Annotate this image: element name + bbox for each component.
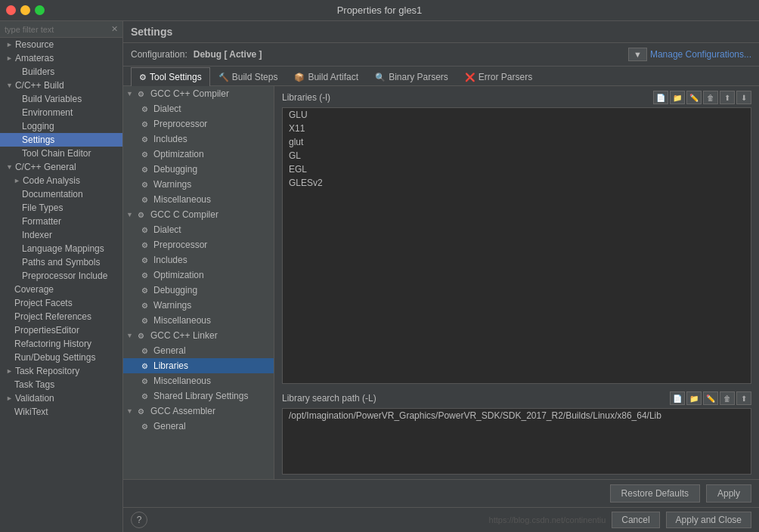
library-search-item-0[interactable]: /opt/Imagination/PowerVR_Graphics/PowerV… xyxy=(283,409,751,422)
tree-node-gcc-assembler[interactable]: ▼ ⚙ GCC Assembler xyxy=(123,404,274,419)
sidebar-item-file-types[interactable]: File Types xyxy=(0,201,122,215)
add-search-path-button[interactable]: 📄 xyxy=(670,391,685,405)
minimize-button[interactable] xyxy=(20,5,30,15)
sidebar-item-code-analysis[interactable]: Code Analysis xyxy=(0,174,122,187)
tree-node-includes-cpp[interactable]: ⚙ Includes xyxy=(123,131,274,147)
add-folder-library-button[interactable]: 📁 xyxy=(670,91,685,104)
move-up-library-button[interactable]: ⬆ xyxy=(720,91,735,104)
tree-arrow-bv xyxy=(14,95,20,103)
tree-node-warnings-cpp[interactable]: ⚙ Warnings xyxy=(123,177,274,192)
maximize-button[interactable] xyxy=(35,5,45,15)
tree-node-general-linker[interactable]: ⚙ General xyxy=(123,343,274,358)
sidebar-item-settings[interactable]: Settings xyxy=(0,133,122,147)
add-folder-search-path-button[interactable]: 📁 xyxy=(686,391,702,405)
tab-build-artifact[interactable]: 📦 Build Artifact xyxy=(286,67,367,86)
tree-node-preprocessor[interactable]: ⚙ Preprocessor xyxy=(123,116,274,131)
sidebar-item-wikitext[interactable]: WikiText xyxy=(0,405,122,419)
tree-arrow-env xyxy=(14,109,20,116)
tree-node-optimization-c[interactable]: ⚙ Optimization xyxy=(123,268,274,283)
tree-node-shared-lib[interactable]: ⚙ Shared Library Settings xyxy=(123,388,274,404)
tab-binary-parsers[interactable]: 🔍 Binary Parsers xyxy=(367,67,457,86)
library-item-x11[interactable]: X11 xyxy=(283,122,751,135)
filter-clear-icon[interactable]: ✕ xyxy=(111,24,118,34)
main-layout: ✕ Resource Amateras Builders C/C++ Build… xyxy=(0,21,759,532)
tree-node-gcc-c[interactable]: ▼ ⚙ GCC C Compiler xyxy=(123,207,274,222)
sidebar-item-logging[interactable]: Logging xyxy=(0,119,122,133)
tree-node-debugging-cpp[interactable]: ⚙ Debugging xyxy=(123,162,274,177)
library-item-gl[interactable]: GL xyxy=(283,149,751,162)
tree-arrow-wiki xyxy=(6,408,12,416)
tab-build-steps[interactable]: 🔨 Build Steps xyxy=(210,67,287,86)
sidebar-item-refactoring-history[interactable]: Refactoring History xyxy=(0,337,122,351)
tab-error-parsers-label: Error Parsers xyxy=(479,72,532,82)
sidebar-item-run-debug[interactable]: Run/Debug Settings xyxy=(0,351,122,364)
sidebar-item-paths-and-symbols[interactable]: Paths and Symbols xyxy=(0,255,122,269)
move-down-library-button[interactable]: ⬇ xyxy=(736,91,751,104)
add-library-button[interactable]: 📄 xyxy=(653,91,668,104)
sidebar-item-preprocessor-include[interactable]: Preprocessor Include xyxy=(0,269,122,283)
tree-node-misc-linker[interactable]: ⚙ Miscellaneous xyxy=(123,373,274,388)
sidebar-item-ccpp-build[interactable]: C/C++ Build xyxy=(0,79,122,92)
config-dropdown-button[interactable]: ▼ xyxy=(628,48,647,61)
tree-node-gcc-cpp[interactable]: ▼ ⚙ GCC C++ Compiler xyxy=(123,86,274,101)
tree-node-optimization[interactable]: ⚙ Optimization xyxy=(123,147,274,162)
gear-icon-optimization-c: ⚙ xyxy=(138,269,150,281)
gear-icon-warnings-c: ⚙ xyxy=(138,299,150,311)
footer-help-icon[interactable]: ? xyxy=(131,512,147,528)
library-item-egl[interactable]: EGL xyxy=(283,162,751,176)
edit-library-button[interactable]: ✏️ xyxy=(686,91,702,104)
tree-node-preprocessor-c[interactable]: ⚙ Preprocessor xyxy=(123,237,274,252)
apply-and-close-button[interactable]: Apply and Close xyxy=(666,512,751,528)
sidebar-item-resource[interactable]: Resource xyxy=(0,38,122,51)
manage-configurations-link[interactable]: Manage Configurations... xyxy=(650,49,751,60)
sidebar-item-tool-chain-editor[interactable]: Tool Chain Editor xyxy=(0,147,122,160)
gear-icon-debugging-cpp: ⚙ xyxy=(138,163,150,175)
library-item-glu[interactable]: GLU xyxy=(283,108,751,122)
tree-node-misc-c[interactable]: ⚙ Miscellaneous xyxy=(123,313,274,328)
apply-button[interactable]: Apply xyxy=(706,484,751,503)
sidebar-item-project-facets[interactable]: Project Facets xyxy=(0,296,122,310)
edit-search-path-button[interactable]: ✏️ xyxy=(703,391,718,405)
library-item-glesv2[interactable]: GLESv2 xyxy=(283,176,751,190)
tree-node-dialect[interactable]: ⚙ Dialect xyxy=(123,101,274,116)
tree-node-debugging-c[interactable]: ⚙ Debugging xyxy=(123,283,274,298)
sidebar-item-build-variables[interactable]: Build Variables xyxy=(0,92,122,106)
sidebar-item-project-references[interactable]: Project References xyxy=(0,310,122,323)
library-item-glut[interactable]: glut xyxy=(283,135,751,149)
tab-tool-settings[interactable]: ⚙ Tool Settings xyxy=(131,67,210,86)
tree-node-includes-c[interactable]: ⚙ Includes xyxy=(123,252,274,268)
sidebar: ✕ Resource Amateras Builders C/C++ Build… xyxy=(0,21,123,532)
sidebar-item-ccpp-general[interactable]: C/C++ General xyxy=(0,160,122,174)
tree-node-general-assembler[interactable]: ⚙ General xyxy=(123,419,274,434)
sidebar-item-indexer[interactable]: Indexer xyxy=(0,228,122,242)
close-button[interactable] xyxy=(6,5,16,15)
sidebar-item-task-repository[interactable]: Task Repository xyxy=(0,364,122,378)
tree-node-warnings-c[interactable]: ⚙ Warnings xyxy=(123,298,274,313)
sidebar-item-environment[interactable]: Environment xyxy=(0,106,122,119)
sidebar-item-task-tags[interactable]: Task Tags xyxy=(0,378,122,391)
library-search-list[interactable]: /opt/Imagination/PowerVR_Graphics/PowerV… xyxy=(282,408,751,475)
build-artifact-icon: 📦 xyxy=(294,73,305,82)
tab-build-steps-label: Build Steps xyxy=(232,72,278,82)
tree-node-libraries[interactable]: ⚙ Libraries xyxy=(123,358,274,373)
sidebar-item-builders[interactable]: Builders xyxy=(0,65,122,79)
sidebar-item-amateras[interactable]: Amateras xyxy=(0,51,122,65)
sidebar-item-formatter[interactable]: Formatter xyxy=(0,215,122,228)
sidebar-item-documentation[interactable]: Documentation xyxy=(0,187,122,201)
sidebar-item-language-mappings[interactable]: Language Mappings xyxy=(0,242,122,255)
sidebar-item-coverage[interactable]: Coverage xyxy=(0,283,122,296)
sidebar-item-properties-editor[interactable]: PropertiesEditor xyxy=(0,323,122,337)
move-up-search-path-button[interactable]: ⬆ xyxy=(736,391,751,405)
gear-icon-shared-lib: ⚙ xyxy=(138,390,150,402)
delete-library-button[interactable]: 🗑 xyxy=(703,91,718,104)
restore-defaults-button[interactable]: Restore Defaults xyxy=(610,484,700,503)
tab-error-parsers[interactable]: ❌ Error Parsers xyxy=(457,67,541,86)
sidebar-item-validation[interactable]: Validation xyxy=(0,391,122,405)
tree-node-gcc-cpp-linker[interactable]: ▼ ⚙ GCC C++ Linker xyxy=(123,328,274,343)
tree-node-misc-cpp[interactable]: ⚙ Miscellaneous xyxy=(123,192,274,207)
delete-search-path-button[interactable]: 🗑 xyxy=(720,391,735,405)
tree-node-dialect-c[interactable]: ⚙ Dialect xyxy=(123,222,274,237)
cancel-button[interactable]: Cancel xyxy=(612,512,659,528)
libraries-list[interactable]: GLU X11 glut GL EGL GLESv2 xyxy=(282,107,751,384)
search-input[interactable] xyxy=(5,25,111,34)
